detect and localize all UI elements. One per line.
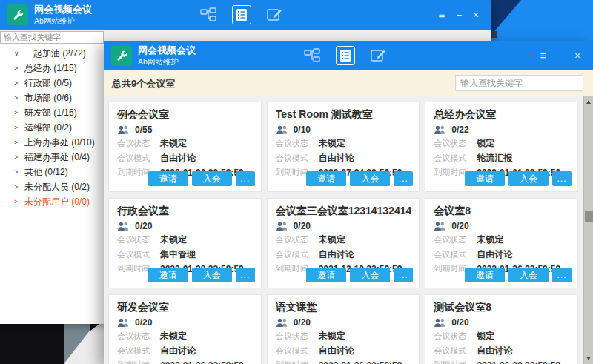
more-button[interactable]: ...: [552, 268, 572, 282]
join-button[interactable]: 入会: [508, 268, 549, 282]
join-button[interactable]: 入会: [350, 171, 390, 186]
app-title: 网会视频会议: [34, 4, 92, 16]
meeting-room-card: 会议室8 0/20 会议状态 未锁定: [425, 198, 578, 288]
more-button[interactable]: ...: [552, 171, 572, 186]
menu-button[interactable]: ≡: [437, 10, 447, 20]
wallpaper-bottom-left: [0, 324, 104, 364]
room-mode-row: 会议模式 集中管理: [117, 248, 254, 261]
more-button[interactable]: ...: [236, 171, 255, 186]
close-button[interactable]: ×: [572, 50, 583, 61]
participants-icon: [117, 125, 130, 135]
mode-value: 自由讨论: [319, 248, 354, 261]
room-actions: 邀请 入会 ...: [465, 171, 572, 186]
scrollbar[interactable]: [583, 96, 593, 364]
tree-item-label: 福建办事处 (0/4): [24, 151, 90, 164]
room-count: 0/20: [135, 317, 152, 328]
room-count: 0/20: [294, 317, 311, 328]
invite-button[interactable]: 邀请: [465, 268, 505, 282]
tree-item-label: 行政部 (0/5): [24, 77, 72, 90]
status-label: 会议状态: [276, 234, 319, 245]
chevron-icon[interactable]: >: [14, 94, 21, 102]
scrollbar-thumb[interactable]: [585, 211, 593, 222]
invite-button[interactable]: 邀请: [306, 268, 346, 282]
mode-value: 自由讨论: [160, 152, 196, 165]
room-status-row: 会议状态 锁定: [434, 330, 570, 343]
room-status-row: 会议状态 未锁定: [276, 137, 412, 150]
chevron-icon[interactable]: >: [14, 183, 21, 191]
status-label: 会议状态: [434, 331, 477, 342]
rooms-search-input[interactable]: [455, 75, 583, 91]
status-label: 会议状态: [117, 331, 160, 342]
status-value: 锁定: [477, 137, 494, 150]
room-title: 总经办会议室: [434, 108, 570, 122]
wallpaper-top-right: [491, 0, 593, 41]
room-count: 0/20: [451, 317, 468, 328]
mode-label: 会议模式: [276, 345, 319, 357]
org-chart-icon[interactable]: [200, 7, 216, 22]
scroll-up-icon[interactable]: [586, 100, 591, 104]
room-count-row: 0/20: [434, 221, 570, 231]
room-title: 会议室8: [434, 205, 570, 218]
status-label: 会议状态: [434, 138, 477, 149]
mode-value: 自由讨论: [319, 345, 354, 357]
chevron-icon[interactable]: ∨: [14, 50, 21, 57]
room-list-icon-active[interactable]: [232, 5, 251, 24]
join-button[interactable]: 入会: [192, 171, 232, 186]
chevron-icon[interactable]: >: [14, 124, 21, 131]
app-logo: [7, 4, 28, 25]
minimize-button[interactable]: −: [454, 10, 464, 20]
app-titles: 网会视频会议 Ab网站维护: [138, 44, 196, 66]
invite-button[interactable]: 邀请: [148, 268, 188, 282]
edit-icon[interactable]: [267, 7, 283, 22]
room-count-row: 0/20: [434, 317, 570, 328]
room-mode-row: 会议模式 自由讨论: [276, 248, 412, 261]
chevron-icon[interactable]: >: [14, 109, 21, 116]
join-button[interactable]: 入会: [350, 268, 390, 282]
chevron-icon[interactable]: >: [14, 198, 21, 205]
room-status-row: 会议状态 未锁定: [434, 234, 570, 246]
menu-button[interactable]: ≡: [538, 50, 549, 61]
invite-button[interactable]: 邀请: [306, 171, 346, 186]
room-count: 0/20: [451, 221, 468, 231]
invite-button[interactable]: 邀请: [148, 171, 188, 186]
room-status-row: 会议状态 未锁定: [117, 137, 254, 150]
room-count: 0/20: [135, 221, 152, 231]
more-button[interactable]: ...: [394, 171, 413, 186]
org-chart-icon[interactable]: [304, 48, 320, 63]
join-button[interactable]: 入会: [192, 268, 232, 282]
status-value: 锁定: [477, 330, 494, 343]
chevron-icon[interactable]: >: [14, 139, 21, 146]
more-button[interactable]: ...: [394, 268, 413, 282]
edit-icon[interactable]: [371, 48, 387, 63]
room-title: 语文课堂: [276, 301, 412, 314]
participants-icon: [276, 221, 288, 231]
app-logo: [111, 45, 132, 66]
mode-label: 会议模式: [117, 345, 160, 357]
status-label: 会议状态: [117, 138, 160, 149]
room-count-row: 0/22: [434, 125, 570, 135]
status-label: 会议状态: [276, 138, 319, 149]
app-titles: 网会视频会议 Ab网站维护: [34, 4, 92, 25]
chevron-icon[interactable]: >: [14, 168, 21, 176]
room-list-icon-active[interactable]: [336, 46, 355, 65]
chevron-icon[interactable]: >: [14, 153, 21, 161]
join-button[interactable]: 入会: [508, 171, 549, 186]
scroll-down-icon[interactable]: [586, 357, 591, 360]
tree-item-label: 其他 (0/12): [24, 166, 68, 179]
room-count-row: 0/10: [276, 125, 412, 135]
chevron-icon[interactable]: >: [14, 79, 21, 87]
status-label: 会议状态: [434, 234, 477, 245]
chevron-icon[interactable]: >: [14, 64, 21, 72]
meeting-room-card: 总经办会议室 0/22 会议状态 锁定: [425, 102, 578, 192]
more-button[interactable]: ...: [236, 268, 255, 282]
room-status-row: 会议状态 未锁定: [276, 330, 412, 343]
minimize-button[interactable]: −: [555, 50, 566, 61]
sidebar-search-input[interactable]: [0, 31, 104, 44]
room-actions: 邀请 入会 ...: [148, 171, 255, 186]
room-count-row: 0/20: [117, 317, 254, 328]
app-title: 网会视频会议: [138, 44, 196, 56]
invite-button[interactable]: 邀请: [465, 171, 505, 186]
mode-value: 自由讨论: [319, 152, 354, 165]
close-button[interactable]: ×: [471, 10, 481, 20]
desktop: 网会视频会议 Ab网站维护: [0, 0, 593, 364]
